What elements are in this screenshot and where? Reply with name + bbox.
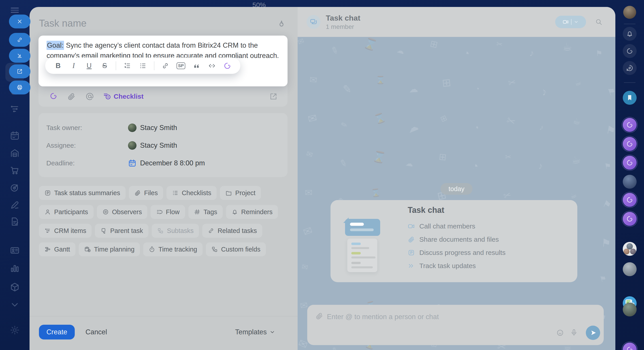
welcome-card-title: Task chat xyxy=(408,206,444,215)
emoji-icon[interactable] xyxy=(556,329,564,336)
checklist-button[interactable]: Checklist xyxy=(103,92,144,101)
chip-crm-items[interactable]: CRM items xyxy=(39,224,92,238)
message-placeholder: Enter @ to mention a person or chat xyxy=(327,313,439,321)
copilot-icon xyxy=(626,121,634,129)
italic-button[interactable]: I xyxy=(69,61,78,71)
cat-chat-avatar[interactable] xyxy=(623,262,636,276)
send-button[interactable] xyxy=(586,326,600,340)
chip-task-status-summaries[interactable]: Task status summaries xyxy=(39,186,126,200)
quote-button[interactable] xyxy=(192,61,201,71)
documents-icon[interactable] xyxy=(0,216,30,227)
calendar-icon[interactable] xyxy=(0,130,30,141)
contacts-icon[interactable] xyxy=(0,245,30,255)
mention-icon[interactable] xyxy=(86,92,94,101)
menu-icon[interactable] xyxy=(0,6,30,14)
editor-actions-row: Checklist xyxy=(38,86,288,107)
chat-avatar-item[interactable] xyxy=(623,302,636,316)
task-name-input[interactable]: Task name xyxy=(39,18,86,29)
video-call-button[interactable] xyxy=(555,16,586,28)
copilot-icon xyxy=(626,346,634,350)
copilot-chat-item[interactable] xyxy=(623,193,636,207)
chip-time-planning[interactable]: Time planning xyxy=(79,242,140,256)
chat-bubbles-icon xyxy=(310,18,318,26)
underline-button[interactable]: U xyxy=(85,61,94,71)
close-dialog-button[interactable] xyxy=(9,14,30,28)
chip-gantt[interactable]: Gantt xyxy=(39,242,76,256)
stopwatch-icon xyxy=(148,246,155,253)
chip-project[interactable]: Project xyxy=(220,186,261,200)
flame-icon[interactable] xyxy=(276,20,286,29)
create-button[interactable]: Create xyxy=(39,325,75,340)
open-in-window-button[interactable] xyxy=(9,64,30,78)
notifications-button[interactable] xyxy=(623,27,636,41)
shop-icon[interactable] xyxy=(0,165,30,176)
strikethrough-button[interactable]: S xyxy=(100,61,109,71)
chip-parent-task[interactable]: Parent task xyxy=(95,224,148,238)
chat-avatar-item[interactable] xyxy=(623,175,636,189)
cancel-button[interactable]: Cancel xyxy=(86,325,107,340)
chip-custom-fields[interactable]: Custom fields xyxy=(206,242,266,256)
chip-reminders[interactable]: Reminders xyxy=(226,205,278,219)
chat-message-area: ✉✎⌛☁⊞◔✂♪☕⚑✉✎⌛☁⊞◔✂♪☕⚑✉✎⌛☁⊞◔✂♪☕⚑✉✎⌛☁⊞◔✂♪☕⚑… xyxy=(298,37,615,350)
more-chevron-icon[interactable] xyxy=(0,300,30,310)
bell-icon xyxy=(626,30,634,38)
copilot-chat-item[interactable] xyxy=(623,342,636,350)
attach-file-icon[interactable] xyxy=(67,92,76,101)
bold-button[interactable]: B xyxy=(54,61,62,71)
chain-icon xyxy=(208,227,214,234)
chip-flow[interactable]: Flow xyxy=(150,205,185,219)
task-owner-value[interactable]: Stacy Smith xyxy=(128,124,177,132)
copilot-button[interactable] xyxy=(623,44,636,58)
group-chat-avatar[interactable] xyxy=(623,242,636,256)
print-button[interactable] xyxy=(9,80,30,94)
crm-icon[interactable] xyxy=(0,104,30,114)
insert-link-button[interactable] xyxy=(161,61,170,71)
chip-checklists[interactable]: Checklists xyxy=(166,186,216,200)
bullet-list-button[interactable] xyxy=(138,61,147,71)
microphone-icon[interactable] xyxy=(570,328,578,336)
collapse-icon xyxy=(16,52,23,59)
copy-link-button[interactable] xyxy=(9,33,30,47)
deadline-value[interactable]: December 8 8:00 pm xyxy=(128,159,205,168)
settings-gear-icon[interactable] xyxy=(0,325,30,335)
copilot-icon[interactable] xyxy=(49,92,58,100)
user-avatar[interactable] xyxy=(623,6,636,19)
copilot-toolbar-icon[interactable] xyxy=(223,61,232,71)
selected-text: Goal: xyxy=(46,41,64,50)
copilot-chat-item[interactable] xyxy=(623,156,636,170)
copilot-chat-item[interactable] xyxy=(623,212,636,226)
chat-sync-button[interactable] xyxy=(623,61,636,75)
storage-icon[interactable] xyxy=(0,148,30,158)
toolbar-separator xyxy=(154,61,154,70)
chip-time-tracking[interactable]: Time tracking xyxy=(143,242,202,256)
chip-related-tasks[interactable]: Related tasks xyxy=(202,224,262,238)
code-button[interactable] xyxy=(208,61,216,71)
message-input[interactable]: Enter @ to mention a person or chat xyxy=(307,305,604,345)
chips-row-3: CRM items Parent task Subtasks Related t… xyxy=(39,224,262,238)
chip-observers[interactable]: Observers xyxy=(97,205,148,219)
chip-files[interactable]: Files xyxy=(129,186,163,200)
chip-participants[interactable]: Participants xyxy=(39,205,94,219)
assignee-value[interactable]: Stacy Smith xyxy=(128,141,177,150)
templates-dropdown[interactable]: Templates xyxy=(235,325,275,340)
chip-tags[interactable]: Tags xyxy=(188,205,223,219)
copilot-chat-item[interactable] xyxy=(623,137,636,151)
chat-search-button[interactable] xyxy=(595,18,602,26)
saved-messages-button[interactable] xyxy=(623,91,636,105)
products-icon[interactable] xyxy=(0,282,30,292)
paperclip-icon xyxy=(134,190,141,196)
copilot-chat-item[interactable] xyxy=(623,118,636,132)
sign-icon[interactable] xyxy=(0,200,30,210)
attach-file-icon[interactable] xyxy=(315,312,323,320)
ordered-list-button[interactable] xyxy=(123,61,132,71)
expand-editor-icon[interactable] xyxy=(269,92,278,101)
formatting-toolbar: B I U S SP xyxy=(45,58,240,74)
print-icon xyxy=(16,84,23,91)
chat-welcome-card: Task chat Call chat members Share docume… xyxy=(330,200,577,282)
deadline-row: Deadline: December 8 8:00 pm xyxy=(46,158,205,168)
chevron-down-icon xyxy=(574,20,579,24)
collapse-button[interactable] xyxy=(9,49,30,63)
spellcheck-button[interactable]: SP xyxy=(176,61,185,71)
marketing-icon[interactable] xyxy=(0,182,30,193)
analytics-icon[interactable] xyxy=(0,263,30,273)
